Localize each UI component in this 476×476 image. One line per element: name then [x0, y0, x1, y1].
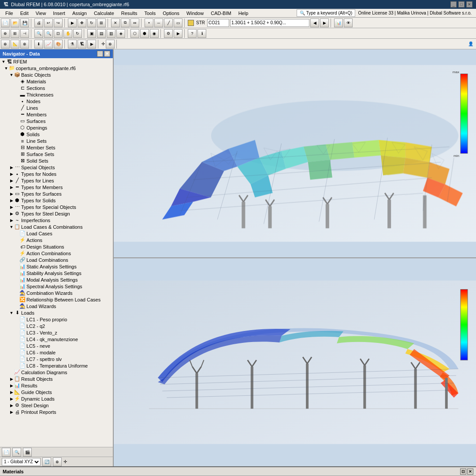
result-display-btn[interactable]: 📈	[44, 40, 53, 48]
snap-btn[interactable]: ⊕	[1, 29, 10, 38]
viewport-bottom[interactable]	[114, 257, 476, 466]
tree-load-cases-comb[interactable]: ▼ 📋 Load Cases & Combinations	[0, 223, 113, 230]
rotate-view-btn[interactable]: ↻	[73, 29, 82, 38]
ortho-btn[interactable]: ⊣	[20, 29, 29, 38]
zoom-in-btn[interactable]: 🔍	[34, 29, 43, 38]
tree-static-analysis[interactable]: 📊 Static Analysis Settings	[0, 263, 113, 270]
tree-types-solids[interactable]: ▶ ⬢ Types for Solids	[0, 197, 113, 204]
tree-stability-analysis[interactable]: 📊 Stability Analysis Settings	[0, 270, 113, 276]
tree-basic-objects[interactable]: ▼ 📦 Basic Objects	[0, 71, 113, 78]
tree-results[interactable]: ▶ 📊 Results	[0, 382, 113, 389]
save-button[interactable]: 💾	[20, 19, 29, 27]
menu-insert[interactable]: Insert	[49, 10, 69, 17]
tree-types-surfaces[interactable]: ▶ ▭ Types for Surfaces	[0, 190, 113, 197]
tree-lc8[interactable]: 📄 LC8 - Temperatura Uniforme	[0, 362, 113, 369]
tree-sections[interactable]: ⊏ Sections	[0, 85, 113, 91]
tree-solid-sets[interactable]: ⊠ Solid Sets	[0, 157, 113, 164]
tree-load-wizards[interactable]: 🧙 Load Wizards	[0, 303, 113, 309]
search-bar-inline[interactable]: 🔍 Type a keyword (Alt+Q)	[297, 9, 355, 17]
view-dropdown[interactable]: 1 - Global XYZ	[2, 458, 41, 466]
tree-types-nodes[interactable]: ▶ • Types for Nodes	[0, 171, 113, 177]
panel-close-btn[interactable]: ✕	[467, 469, 473, 475]
nav-minimize-btn[interactable]: _	[97, 51, 103, 57]
tree-imperfections[interactable]: ▶ ~ Imperfections	[0, 217, 113, 223]
model-btn[interactable]: 🏗	[78, 40, 86, 48]
menu-tools[interactable]: Tools	[141, 10, 159, 17]
wire-btn[interactable]: ⬡	[130, 29, 139, 38]
tree-rfem-root[interactable]: ▼ 🏗 RFEM	[0, 58, 113, 65]
tree-types-lines[interactable]: ▶ ╱ Types for Lines	[0, 177, 113, 184]
load-display-btn[interactable]: ⬇	[34, 40, 43, 48]
tree-result-objects[interactable]: ▶ 📋 Result Objects	[0, 376, 113, 382]
tree-file[interactable]: ▼ 📁 copertura_ombreggiante.rf6	[0, 65, 113, 71]
zoom-all-btn[interactable]: ⊡	[54, 29, 63, 38]
tree-nodes[interactable]: • Nodes	[0, 98, 113, 104]
grid-btn[interactable]: ⊞	[11, 29, 19, 38]
zoom-out-btn[interactable]: 🔍	[44, 29, 53, 38]
surface-button[interactable]: ▭	[174, 19, 182, 27]
menu-calculate[interactable]: Calculate	[90, 10, 118, 17]
tree-materials[interactable]: ◈ Materials	[0, 78, 113, 85]
open-button[interactable]: 📂	[11, 19, 19, 27]
redo-button[interactable]: ↪	[54, 19, 63, 27]
menu-window[interactable]: Window	[183, 10, 207, 17]
nav-bottom-btn3[interactable]: 🎬	[23, 448, 32, 457]
tree-design-situations[interactable]: 🏷 Design Situations	[0, 243, 113, 250]
tree-types-members[interactable]: ▶ ━ Types for Members	[0, 184, 113, 190]
new-button[interactable]: 📄	[1, 19, 10, 27]
viewport-top[interactable]: max min	[114, 49, 476, 257]
rotate-button[interactable]: ↻	[87, 19, 96, 27]
member-button[interactable]: ╱	[164, 19, 173, 27]
nav-close-btn[interactable]: ✕	[104, 51, 110, 57]
pan-btn[interactable]: ✋	[63, 29, 72, 38]
tree-spectral-analysis[interactable]: 📊 Spectral Analysis Settings	[0, 283, 113, 290]
iso-view-btn[interactable]: ◈	[116, 29, 125, 38]
window-controls[interactable]: _ □ ✕	[450, 1, 472, 7]
tree-lc2[interactable]: 📄 LC2 - q2	[0, 323, 113, 329]
display-btn[interactable]: 👁	[344, 19, 353, 27]
cursor-mode-btn[interactable]: ⊕	[106, 40, 115, 48]
solid-btn[interactable]: ⬢	[140, 29, 149, 38]
tree-surface-sets[interactable]: ⊞ Surface Sets	[0, 151, 113, 157]
tree-dynamic-loads[interactable]: ▶ ⚡ Dynamic Loads	[0, 395, 113, 402]
tree-calc-diagrams[interactable]: 📈 Calculation Diagrams	[0, 369, 113, 376]
menu-view[interactable]: View	[32, 10, 50, 17]
filter-btn[interactable]: ⚗	[68, 40, 77, 48]
move-button[interactable]: ✥	[78, 19, 86, 27]
info-btn[interactable]: ℹ	[197, 29, 206, 38]
tree-lc7[interactable]: 📄 LC7 - spettro slv	[0, 356, 113, 362]
color-btn[interactable]: 🎨	[54, 40, 63, 48]
tree-thicknesses[interactable]: ▬ Thicknesses	[0, 91, 113, 98]
copy-button[interactable]: ⧉	[121, 19, 130, 27]
undo-button[interactable]: ↩	[44, 19, 53, 27]
axis-btn[interactable]: ⊗	[20, 40, 29, 48]
tree-load-combinations[interactable]: 🔗 Load Combinations	[0, 257, 113, 263]
navigator-controls[interactable]: _ ✕	[97, 51, 110, 57]
next-case-button[interactable]: ▶	[320, 19, 329, 27]
tree-lc3[interactable]: 📄 LC3 - Vento_z	[0, 329, 113, 336]
combo-input[interactable]	[230, 19, 309, 27]
tree-lc5[interactable]: 📄 LC5 - neve	[0, 342, 113, 349]
print-button[interactable]: 🖨	[34, 19, 43, 27]
tree-modal-analysis[interactable]: 📊 Modal Analysis Settings	[0, 276, 113, 283]
tree-member-sets[interactable]: ⊟ Member Sets	[0, 144, 113, 151]
tree-relationship-load-cases[interactable]: 🔀 Relationship Between Load Cases	[0, 296, 113, 303]
nav-bottom-btn1[interactable]: 📄	[2, 448, 11, 457]
menu-assign[interactable]: Assign	[69, 10, 90, 17]
tree-line-sets[interactable]: ≡ Line Sets	[0, 138, 113, 144]
tree-action-combinations[interactable]: ⚡ Action Combinations	[0, 250, 113, 257]
run-btn[interactable]: ▶	[174, 29, 182, 38]
minimize-button[interactable]: _	[450, 1, 457, 7]
menu-edit[interactable]: Edit	[17, 10, 32, 17]
top-view-btn[interactable]: ▤	[97, 29, 106, 38]
tree-lc4[interactable]: 📄 LC4 - qk_manutenzione	[0, 336, 113, 342]
tree-solids[interactable]: ⬢ Solids	[0, 131, 113, 138]
tree-load-cases[interactable]: 📄 Load Cases	[0, 230, 113, 237]
menu-file[interactable]: File	[2, 10, 17, 17]
close-button[interactable]: ✕	[466, 1, 472, 7]
prev-case-button[interactable]: ◀	[310, 19, 319, 27]
menu-options[interactable]: Options	[159, 10, 183, 17]
node-button[interactable]: •	[145, 19, 153, 27]
tree-types-special[interactable]: ▶ ⋯ Types for Special Objects	[0, 204, 113, 210]
tree-guide-objects[interactable]: ▶ 📐 Guide Objects	[0, 389, 113, 395]
